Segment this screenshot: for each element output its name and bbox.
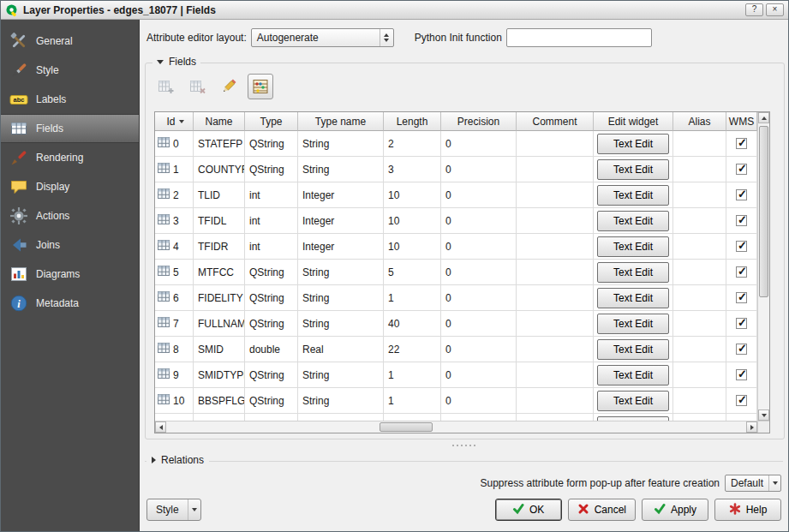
fields-group-header[interactable]: Fields [152, 56, 200, 68]
cell-alias[interactable] [673, 260, 726, 285]
wms-checkbox[interactable] [736, 369, 747, 380]
table-row[interactable]: 1 COUNTYFP QString String 3 0 Text Edit [155, 157, 769, 182]
table-row[interactable]: 3 TFIDL int Integer 10 0 Text Edit [155, 208, 769, 234]
header-type-name[interactable]: Type name [298, 112, 384, 131]
cell-alias[interactable] [673, 234, 726, 260]
sidebar-item-general[interactable]: General [1, 27, 139, 56]
cell-comment[interactable] [517, 182, 594, 208]
edit-widget-button[interactable]: Text Edit [597, 236, 669, 257]
edit-widget-button[interactable]: Text Edit [597, 339, 669, 360]
cell-comment[interactable] [517, 337, 594, 362]
header-alias[interactable]: Alias [673, 112, 726, 131]
cell-comment[interactable] [517, 131, 594, 157]
edit-widget-button[interactable]: Text Edit [597, 159, 669, 180]
cell-comment[interactable] [517, 157, 594, 182]
suppress-combo[interactable]: Default [725, 475, 781, 492]
edit-widget-button[interactable]: Text Edit [597, 134, 669, 154]
ok-button[interactable]: OK [495, 499, 562, 521]
attribute-editor-layout-combo[interactable]: Autogenerate [251, 28, 394, 47]
cell-comment[interactable] [517, 311, 594, 337]
delete-column-button[interactable] [184, 74, 210, 99]
horizontal-scrollbar[interactable] [155, 421, 757, 433]
edit-widget-button[interactable]: Text Edit [597, 211, 669, 231]
cell-alias[interactable] [673, 182, 726, 208]
wms-checkbox[interactable] [736, 189, 747, 200]
scroll-down-icon[interactable] [758, 409, 769, 421]
cell-alias[interactable] [673, 131, 726, 157]
cell-comment[interactable] [517, 208, 594, 234]
wms-checkbox[interactable] [736, 318, 747, 329]
cell-comment[interactable] [517, 234, 594, 260]
wms-checkbox[interactable] [736, 395, 747, 406]
sidebar-item-actions[interactable]: Actions [1, 201, 139, 230]
cell-alias[interactable] [673, 362, 726, 388]
relations-group-header[interactable]: Relations [146, 454, 209, 466]
cell-alias[interactable] [673, 337, 726, 362]
table-row-partial[interactable] [155, 414, 769, 421]
sidebar-item-display[interactable]: Display [1, 172, 139, 201]
apply-button[interactable]: Apply [642, 499, 708, 521]
style-menu-button[interactable]: Style [146, 499, 201, 521]
header-name[interactable]: Name [194, 112, 245, 131]
edit-widget-button[interactable]: Text Edit [597, 262, 669, 283]
cell-alias[interactable] [673, 157, 726, 182]
wms-checkbox[interactable] [736, 344, 747, 355]
edit-widget-button[interactable]: Text Edit [597, 391, 669, 411]
table-row[interactable]: 5 MTFCC QString String 5 0 Text Edit [155, 260, 769, 285]
help-titlebar-button[interactable]: ? [745, 3, 763, 16]
edit-widget-button[interactable]: Text Edit [597, 185, 669, 206]
sidebar-item-metadata[interactable]: i Metadata [1, 289, 139, 318]
table-row[interactable]: 4 TFIDR int Integer 10 0 Text Edit [155, 234, 769, 260]
header-type[interactable]: Type [245, 112, 298, 131]
scroll-right-icon[interactable] [746, 421, 757, 433]
header-edit-widget[interactable]: Edit widget [594, 112, 673, 131]
cell-alias[interactable] [673, 208, 726, 234]
wms-checkbox[interactable] [736, 241, 747, 252]
cell-comment[interactable] [517, 388, 594, 414]
header-comment[interactable]: Comment [517, 112, 594, 131]
help-button[interactable]: Help [714, 499, 781, 521]
new-column-button[interactable] [152, 74, 178, 99]
cell-alias[interactable] [673, 285, 726, 311]
vertical-scrollbar-thumb[interactable] [759, 126, 768, 297]
cell-alias[interactable] [673, 388, 726, 414]
header-wms[interactable]: WMS [726, 112, 757, 131]
close-button[interactable]: × [766, 3, 784, 16]
sidebar-item-labels[interactable]: abc Labels [1, 85, 139, 114]
table-row[interactable]: 2 TLID int Integer 10 0 Text Edit [155, 182, 769, 208]
cell-comment[interactable] [517, 362, 594, 388]
table-row[interactable]: 9 SMIDTYPE QString String 1 0 Text Edit [155, 362, 769, 388]
wms-checkbox[interactable] [736, 164, 747, 175]
edit-widget-button[interactable]: Text Edit [597, 365, 669, 386]
scroll-left-icon[interactable] [155, 421, 166, 433]
vertical-scrollbar[interactable] [757, 112, 769, 421]
table-row[interactable]: 8 SMID double Real 22 0 Text Edit [155, 337, 769, 362]
edit-widget-button[interactable]: Text Edit [597, 314, 669, 334]
table-row[interactable]: 10 BBSPFLG QString String 1 0 Text Edit [155, 388, 769, 414]
wms-checkbox[interactable] [736, 138, 747, 149]
wms-checkbox[interactable] [736, 266, 747, 278]
table-row[interactable]: 7 FULLNAME QString String 40 0 Text Edit [155, 311, 769, 337]
header-precision[interactable]: Precision [441, 112, 517, 131]
header-length[interactable]: Length [384, 112, 441, 131]
table-row[interactable]: 0 STATEFP QString String 2 0 Text Edit [155, 131, 769, 157]
cancel-button[interactable]: Cancel [568, 499, 636, 521]
edit-widget-button[interactable]: Text Edit [597, 288, 669, 308]
toggle-editing-button[interactable] [216, 74, 242, 99]
sidebar-item-rendering[interactable]: Rendering [1, 143, 139, 172]
table-row[interactable]: 6 FIDELITY QString String 1 0 Text Edit [155, 285, 769, 311]
splitter-handle[interactable] [140, 443, 788, 448]
field-calculator-button[interactable] [248, 74, 273, 99]
sidebar-item-fields[interactable]: Fields [1, 114, 139, 143]
scroll-up-icon[interactable] [758, 112, 769, 123]
wms-checkbox[interactable] [736, 292, 747, 303]
python-init-input[interactable] [506, 28, 652, 47]
sidebar-item-style[interactable]: Style [1, 56, 139, 85]
horizontal-scrollbar-thumb[interactable] [380, 422, 433, 432]
wms-checkbox[interactable] [736, 215, 747, 226]
sidebar-item-diagrams[interactable]: Diagrams [1, 260, 139, 289]
header-id[interactable]: Id [155, 112, 194, 131]
cell-alias[interactable] [673, 311, 726, 337]
cell-comment[interactable] [517, 285, 594, 311]
sidebar-item-joins[interactable]: Joins [1, 230, 139, 260]
